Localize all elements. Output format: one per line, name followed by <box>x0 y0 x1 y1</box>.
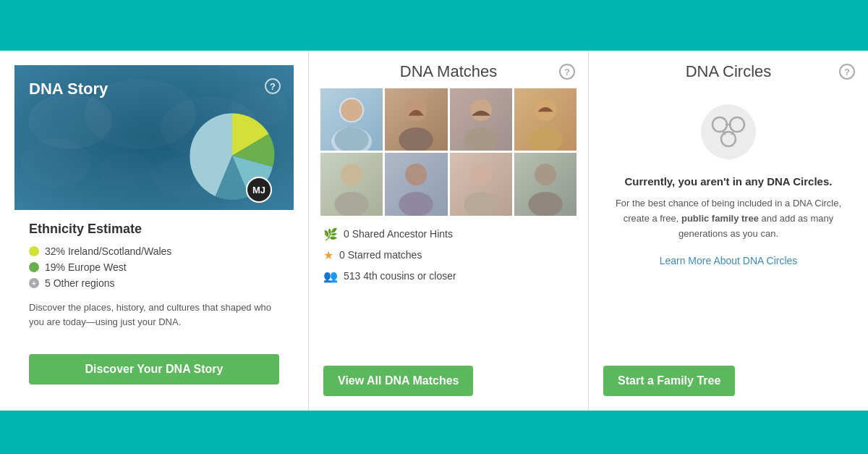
ethnicity-label-1: 32% Ireland/Scotland/Wales <box>45 245 171 257</box>
dna-circles-icon <box>699 103 757 161</box>
circles-help-icon[interactable]: ? <box>839 64 855 80</box>
dna-story-body: Ethnicity Estimate 32% Ireland/Scotland/… <box>14 210 294 396</box>
svg-point-19 <box>405 164 427 185</box>
match-photo-2 <box>385 88 447 151</box>
matches-help-icon[interactable]: ? <box>559 64 575 80</box>
dna-story-title: DNA Story <box>29 80 108 98</box>
svg-point-24 <box>528 192 562 215</box>
svg-point-22 <box>464 192 498 215</box>
dna-story-card: DNA Story ? MJ <box>0 51 308 411</box>
stat-cousins: 👥 513 4th cousins or closer <box>323 269 574 283</box>
circles-header: DNA Circles ? <box>589 51 868 88</box>
svg-point-14 <box>464 127 498 151</box>
svg-point-17 <box>341 164 362 185</box>
match-photo-8 <box>514 153 576 215</box>
ethnicity-item-2: 19% Europe West <box>29 261 279 273</box>
stat-shared-hints-label: 0 Shared Ancestor Hints <box>344 228 453 240</box>
ethnicity-title: Ethnicity Estimate <box>29 222 279 237</box>
circles-main-text: Currently, you aren't in any DNA Circles… <box>610 175 846 188</box>
discover-dna-story-button[interactable]: Discover Your DNA Story <box>29 354 279 384</box>
start-family-tree-button[interactable]: Start a Family Tree <box>603 366 735 396</box>
svg-point-20 <box>399 192 433 215</box>
star-icon: ★ <box>323 248 333 262</box>
dot-yellow <box>29 246 39 256</box>
view-all-matches-button[interactable]: View All DNA Matches <box>323 366 473 396</box>
svg-point-5 <box>98 153 154 188</box>
svg-point-4 <box>22 138 92 188</box>
leaf-icon: 🌿 <box>323 227 338 241</box>
bottom-bar <box>0 411 868 454</box>
stat-cousins-label: 513 4th cousins or closer <box>344 270 456 282</box>
svg-point-16 <box>528 127 562 151</box>
ethnicity-item-1: 32% Ireland/Scotland/Wales <box>29 245 279 257</box>
svg-point-13 <box>470 99 492 121</box>
match-photo-6 <box>385 153 447 215</box>
circles-learn-more-link[interactable]: Learn More About DNA Circles <box>660 255 798 266</box>
circles-bold-text: public family tree <box>681 213 759 224</box>
dna-circles-card: DNA Circles ? Currently, you aren't in a… <box>589 51 868 411</box>
dna-matches-card: DNA Matches ? <box>308 51 589 411</box>
match-photo-5 <box>320 153 383 215</box>
match-photo-7 <box>450 153 512 215</box>
stat-shared-hints: 🌿 0 Shared Ancestor Hints <box>323 227 574 241</box>
photo-grid <box>309 88 588 216</box>
stat-starred-label: 0 Starred matches <box>339 249 422 261</box>
ethnicity-label-2: 19% Europe West <box>45 261 127 273</box>
match-photo-3 <box>450 88 512 151</box>
svg-point-12 <box>399 127 433 151</box>
main-content: DNA Story ? MJ <box>0 51 868 411</box>
top-bar <box>0 0 868 51</box>
svg-point-21 <box>470 164 492 185</box>
pie-chart-container: MJ <box>185 109 279 203</box>
circles-title: DNA Circles <box>686 62 772 81</box>
svg-point-23 <box>535 164 556 185</box>
svg-point-9 <box>341 99 362 121</box>
dot-plus: + <box>29 278 39 288</box>
avatar-badge: MJ <box>246 177 272 203</box>
circles-description: For the best chance of being included in… <box>610 196 846 241</box>
match-photo-4 <box>514 88 576 151</box>
dna-story-description: Discover the places, history, and cultur… <box>29 300 279 342</box>
svg-point-18 <box>334 192 368 215</box>
ethnicity-item-3: + 5 Other regions <box>29 277 279 289</box>
dna-story-help-icon[interactable]: ? <box>265 78 281 94</box>
matches-title: DNA Matches <box>400 62 498 81</box>
stat-starred: ★ 0 Starred matches <box>323 248 574 262</box>
match-photo-1 <box>320 88 383 151</box>
dna-story-header: DNA Story ? MJ <box>14 65 294 210</box>
circles-body: Currently, you aren't in any DNA Circles… <box>589 168 868 354</box>
stats-section: 🌿 0 Shared Ancestor Hints ★ 0 Starred ma… <box>309 216 588 355</box>
dot-green <box>29 262 39 272</box>
matches-header: DNA Matches ? <box>309 51 588 88</box>
circles-icon-container <box>589 88 868 168</box>
ethnicity-label-3: 5 Other regions <box>45 277 115 289</box>
people-icon: 👥 <box>323 269 338 283</box>
